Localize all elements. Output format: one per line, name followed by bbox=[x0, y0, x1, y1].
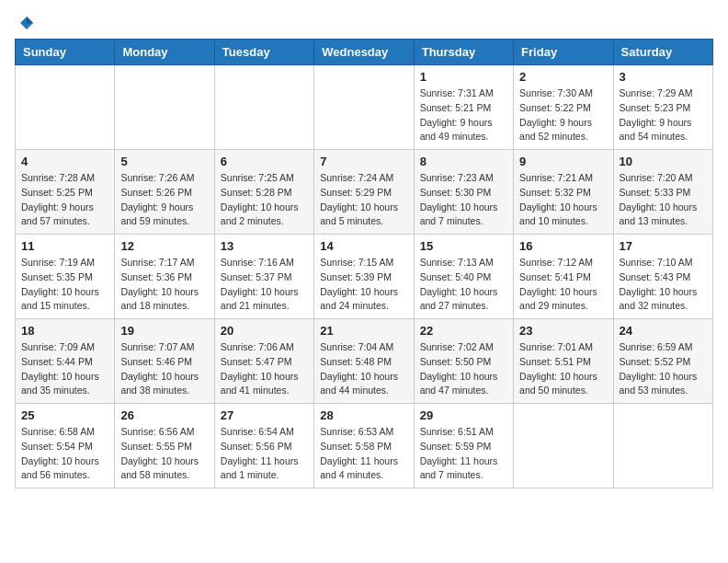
calendar-week-row: 18Sunrise: 7:09 AMSunset: 5:44 PMDayligh… bbox=[16, 319, 713, 404]
day-number: 6 bbox=[221, 155, 308, 168]
day-number: 8 bbox=[420, 155, 507, 168]
calendar-cell bbox=[115, 65, 214, 150]
calendar-table: SundayMondayTuesdayWednesdayThursdayFrid… bbox=[15, 39, 713, 488]
day-detail: Sunrise: 7:21 AMSunset: 5:32 PMDaylight:… bbox=[519, 171, 607, 229]
day-detail: Sunrise: 7:31 AMSunset: 5:21 PMDaylight:… bbox=[420, 86, 507, 144]
calendar-cell: 27Sunrise: 6:54 AMSunset: 5:56 PMDayligh… bbox=[214, 404, 313, 488]
day-detail: Sunrise: 6:53 AMSunset: 5:58 PMDaylight:… bbox=[320, 425, 407, 483]
day-detail: Sunrise: 7:23 AMSunset: 5:30 PMDaylight:… bbox=[420, 171, 507, 229]
day-detail: Sunrise: 6:56 AMSunset: 5:55 PMDaylight:… bbox=[120, 425, 208, 483]
day-number: 4 bbox=[21, 155, 108, 168]
day-number: 15 bbox=[420, 239, 507, 253]
weekday-header-monday: Monday bbox=[115, 40, 214, 65]
calendar-cell bbox=[514, 404, 613, 488]
day-detail: Sunrise: 7:01 AMSunset: 5:51 PMDaylight:… bbox=[519, 340, 607, 398]
day-detail: Sunrise: 7:13 AMSunset: 5:40 PMDaylight:… bbox=[420, 256, 507, 314]
day-number: 1 bbox=[420, 70, 507, 84]
day-number: 26 bbox=[120, 408, 208, 422]
day-number: 20 bbox=[221, 324, 308, 338]
calendar-cell: 18Sunrise: 7:09 AMSunset: 5:44 PMDayligh… bbox=[16, 319, 115, 404]
day-number: 22 bbox=[420, 324, 507, 338]
weekday-header-friday: Friday bbox=[514, 40, 613, 65]
day-detail: Sunrise: 7:28 AMSunset: 5:25 PMDaylight:… bbox=[21, 171, 108, 229]
calendar-cell: 3Sunrise: 7:29 AMSunset: 5:23 PMDaylight… bbox=[613, 65, 712, 150]
day-detail: Sunrise: 6:58 AMSunset: 5:54 PMDaylight:… bbox=[21, 425, 108, 483]
calendar-cell: 9Sunrise: 7:21 AMSunset: 5:32 PMDaylight… bbox=[514, 150, 613, 235]
weekday-header-wednesday: Wednesday bbox=[314, 40, 414, 65]
calendar-cell: 24Sunrise: 6:59 AMSunset: 5:52 PMDayligh… bbox=[613, 319, 712, 404]
calendar-cell bbox=[214, 65, 313, 150]
day-detail: Sunrise: 7:04 AMSunset: 5:48 PMDaylight:… bbox=[320, 340, 407, 398]
calendar-cell bbox=[613, 404, 712, 488]
calendar-cell: 17Sunrise: 7:10 AMSunset: 5:43 PMDayligh… bbox=[613, 235, 712, 319]
calendar-cell: 25Sunrise: 6:58 AMSunset: 5:54 PMDayligh… bbox=[16, 404, 115, 488]
weekday-header-thursday: Thursday bbox=[414, 40, 513, 65]
calendar-cell: 22Sunrise: 7:02 AMSunset: 5:50 PMDayligh… bbox=[414, 319, 513, 404]
calendar-cell: 20Sunrise: 7:06 AMSunset: 5:47 PMDayligh… bbox=[214, 319, 313, 404]
day-detail: Sunrise: 7:07 AMSunset: 5:46 PMDaylight:… bbox=[120, 340, 208, 398]
calendar-cell: 29Sunrise: 6:51 AMSunset: 5:59 PMDayligh… bbox=[414, 404, 513, 488]
calendar-cell: 28Sunrise: 6:53 AMSunset: 5:58 PMDayligh… bbox=[314, 404, 414, 488]
day-number: 7 bbox=[320, 155, 407, 168]
day-number: 21 bbox=[320, 324, 407, 338]
calendar-cell: 1Sunrise: 7:31 AMSunset: 5:21 PMDaylight… bbox=[414, 65, 513, 150]
calendar-week-row: 11Sunrise: 7:19 AMSunset: 5:35 PMDayligh… bbox=[16, 235, 713, 319]
calendar-week-row: 1Sunrise: 7:31 AMSunset: 5:21 PMDaylight… bbox=[16, 65, 713, 150]
calendar-cell: 12Sunrise: 7:17 AMSunset: 5:36 PMDayligh… bbox=[115, 235, 214, 319]
day-number: 11 bbox=[21, 239, 108, 253]
day-detail: Sunrise: 7:15 AMSunset: 5:39 PMDaylight:… bbox=[320, 256, 407, 314]
day-number: 27 bbox=[221, 408, 308, 422]
day-detail: Sunrise: 7:19 AMSunset: 5:35 PMDaylight:… bbox=[21, 256, 108, 314]
calendar-cell: 21Sunrise: 7:04 AMSunset: 5:48 PMDayligh… bbox=[314, 319, 414, 404]
svg-marker-1 bbox=[27, 17, 33, 24]
day-number: 14 bbox=[320, 239, 407, 253]
day-number: 19 bbox=[120, 324, 208, 338]
calendar-cell: 16Sunrise: 7:12 AMSunset: 5:41 PMDayligh… bbox=[514, 235, 613, 319]
weekday-header-sunday: Sunday bbox=[16, 40, 115, 65]
calendar-cell: 14Sunrise: 7:15 AMSunset: 5:39 PMDayligh… bbox=[314, 235, 414, 319]
day-detail: Sunrise: 7:09 AMSunset: 5:44 PMDaylight:… bbox=[21, 340, 108, 398]
calendar-cell: 4Sunrise: 7:28 AMSunset: 5:25 PMDaylight… bbox=[16, 150, 115, 235]
day-number: 18 bbox=[21, 324, 108, 338]
day-detail: Sunrise: 7:25 AMSunset: 5:28 PMDaylight:… bbox=[221, 171, 308, 229]
calendar-cell: 7Sunrise: 7:24 AMSunset: 5:29 PMDaylight… bbox=[314, 150, 414, 235]
day-detail: Sunrise: 7:26 AMSunset: 5:26 PMDaylight:… bbox=[120, 171, 208, 229]
calendar-cell: 6Sunrise: 7:25 AMSunset: 5:28 PMDaylight… bbox=[214, 150, 313, 235]
day-detail: Sunrise: 7:12 AMSunset: 5:41 PMDaylight:… bbox=[519, 256, 607, 314]
day-number: 2 bbox=[519, 70, 607, 84]
calendar-header-row: SundayMondayTuesdayWednesdayThursdayFrid… bbox=[16, 40, 713, 65]
calendar-cell: 13Sunrise: 7:16 AMSunset: 5:37 PMDayligh… bbox=[214, 235, 313, 319]
day-detail: Sunrise: 7:29 AMSunset: 5:23 PMDaylight:… bbox=[620, 86, 707, 144]
day-number: 29 bbox=[420, 408, 507, 422]
calendar-week-row: 25Sunrise: 6:58 AMSunset: 5:54 PMDayligh… bbox=[16, 404, 713, 488]
calendar-cell: 11Sunrise: 7:19 AMSunset: 5:35 PMDayligh… bbox=[16, 235, 115, 319]
calendar-cell: 15Sunrise: 7:13 AMSunset: 5:40 PMDayligh… bbox=[414, 235, 513, 319]
day-number: 10 bbox=[620, 155, 707, 168]
day-number: 12 bbox=[120, 239, 208, 253]
day-number: 13 bbox=[221, 239, 308, 253]
calendar-cell: 23Sunrise: 7:01 AMSunset: 5:51 PMDayligh… bbox=[514, 319, 613, 404]
day-detail: Sunrise: 7:24 AMSunset: 5:29 PMDaylight:… bbox=[320, 171, 407, 229]
page-header bbox=[15, 15, 713, 28]
day-detail: Sunrise: 7:17 AMSunset: 5:36 PMDaylight:… bbox=[120, 256, 208, 314]
calendar-cell: 2Sunrise: 7:30 AMSunset: 5:22 PMDaylight… bbox=[514, 65, 613, 150]
day-number: 5 bbox=[120, 155, 208, 168]
calendar-cell: 19Sunrise: 7:07 AMSunset: 5:46 PMDayligh… bbox=[115, 319, 214, 404]
calendar-cell bbox=[314, 65, 414, 150]
day-number: 23 bbox=[519, 324, 607, 338]
day-number: 24 bbox=[620, 324, 707, 338]
calendar-cell: 5Sunrise: 7:26 AMSunset: 5:26 PMDaylight… bbox=[115, 150, 214, 235]
weekday-header-saturday: Saturday bbox=[613, 40, 712, 65]
day-number: 3 bbox=[620, 70, 707, 84]
day-detail: Sunrise: 7:30 AMSunset: 5:22 PMDaylight:… bbox=[519, 86, 607, 144]
day-number: 9 bbox=[519, 155, 607, 168]
calendar-cell: 8Sunrise: 7:23 AMSunset: 5:30 PMDaylight… bbox=[414, 150, 513, 235]
day-number: 25 bbox=[21, 408, 108, 422]
day-detail: Sunrise: 7:10 AMSunset: 5:43 PMDaylight:… bbox=[620, 256, 707, 314]
day-detail: Sunrise: 6:59 AMSunset: 5:52 PMDaylight:… bbox=[620, 340, 707, 398]
calendar-cell: 10Sunrise: 7:20 AMSunset: 5:33 PMDayligh… bbox=[613, 150, 712, 235]
logo bbox=[15, 15, 35, 28]
day-detail: Sunrise: 6:54 AMSunset: 5:56 PMDaylight:… bbox=[221, 425, 308, 483]
day-detail: Sunrise: 7:02 AMSunset: 5:50 PMDaylight:… bbox=[420, 340, 507, 398]
calendar-week-row: 4Sunrise: 7:28 AMSunset: 5:25 PMDaylight… bbox=[16, 150, 713, 235]
